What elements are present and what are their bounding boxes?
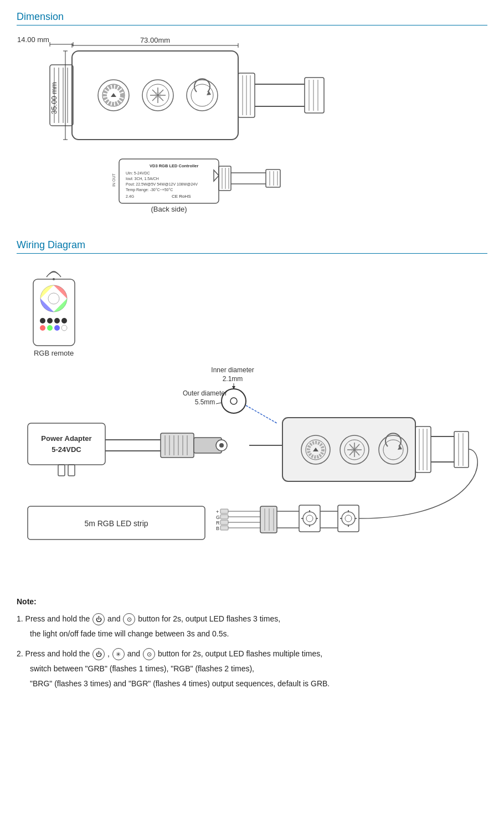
inner-diam-label: Inner diameter [211,366,254,374]
svg-text:Pout: 22.5W@5V  54W@12V  108W@: Pout: 22.5W@5V 54W@12V 108W@24V [126,182,198,186]
svg-point-69 [61,325,67,331]
svg-rect-124 [220,526,228,530]
svg-line-75 [216,403,222,404]
svg-point-91 [219,443,224,448]
wiring-title: Wiring Diagram [17,239,487,251]
note-2-line-3: "BRG" (flashes 3 times) and "BGR" (flash… [17,677,487,691]
note-2-end: button for 2s, output LED flashes multip… [158,649,322,658]
inner-diam-value: 2.1mm [223,375,243,383]
note-2-prefix: Press and hold the [25,649,90,658]
dimension-divider [17,25,487,25]
svg-text:2.4G: 2.4G [126,194,134,198]
dimension-section: Dimension [17,11,487,223]
remote-label: RGB remote [34,349,74,357]
height-label: 35.00 mm [50,82,58,114]
svg-rect-122 [220,520,228,525]
note-1-prefix: Press and hold the [25,614,90,623]
note-1-end: button for 2s, output LED flashes 3 time… [138,614,280,623]
note-2-line-2: switch between "GRB" (flashes 1 times), … [17,662,487,676]
note-2-comma1: , [107,649,112,658]
svg-rect-78 [58,465,65,476]
note-2-btn-color: ⊙ [143,648,155,660]
note-2-btn-power: ⏻ [92,648,105,660]
svg-point-62 [40,318,45,323]
svg-point-65 [61,318,67,323]
note-1-btn-power: ⏻ [92,613,105,625]
svg-rect-55 [266,169,280,187]
note-1-line-1: 1. Press and hold the ⏻ and ⊙ button for… [17,612,487,626]
svg-point-66 [40,325,45,331]
svg-point-71 [222,389,246,413]
svg-rect-77 [28,423,105,465]
svg-point-63 [47,318,53,323]
svg-point-70 [53,278,55,280]
svg-text:B: B [216,526,219,531]
outer-diam-label: Outer diameter [183,389,227,397]
svg-marker-29 [207,91,211,95]
svg-rect-48 [219,166,231,191]
svg-point-136 [303,512,316,525]
outer-diam-value: 5.5mm [195,398,215,406]
svg-point-64 [54,318,60,323]
svg-line-76 [246,405,277,423]
svg-point-146 [345,515,352,522]
svg-rect-82 [161,433,194,458]
note-1-and: and [107,614,122,623]
svg-point-72 [230,398,237,404]
svg-rect-12 [305,78,324,113]
svg-text:Temp Range: -30°C~+50°C: Temp Range: -30°C~+50°C [126,188,173,192]
wiring-section: Wiring Diagram [17,239,487,584]
svg-text:R: R [216,520,220,526]
wiring-svg: RGB remote Inner diameter 2.1mm Outer di… [17,263,493,584]
power-adapter-voltage: 5-24VDC [52,445,81,454]
note-2-line-1: 2. Press and hold the ⏻ , ✳ and ⊙ button… [17,647,487,661]
svg-text:UIn: 5-24VDC: UIn: 5-24VDC [126,171,150,175]
svg-rect-59 [33,279,75,346]
notes-section: Note: 1. Press and hold the ⏻ and ⊙ butt… [17,595,487,691]
note-1-btn-color: ⊙ [123,613,135,625]
note-1: 1. Press and hold the ⏻ and ⊙ button for… [17,612,487,641]
svg-rect-129 [260,506,277,533]
note-2: 2. Press and hold the ⏻ , ✳ and ⊙ button… [17,647,487,691]
note-1-num: 1. [17,614,25,623]
wiring-divider [17,253,487,254]
svg-marker-47 [214,170,219,181]
svg-point-137 [306,515,313,522]
svg-point-68 [54,325,60,331]
svg-rect-79 [68,465,75,476]
wiring-diagram: RGB remote Inner diameter 2.1mm Outer di… [17,263,487,584]
svg-point-67 [47,325,53,331]
svg-text:IN  OUT: IN OUT [112,173,116,187]
svg-point-61 [48,293,59,304]
depth-label: 14.00 mm [17,35,49,44]
dimension-title: Dimension [17,11,487,23]
svg-text:Iout: 3CH, 1.5A/CH: Iout: 3CH, 1.5A/CH [126,177,159,181]
svg-rect-120 [220,515,228,519]
note-2-and2: and [127,649,140,658]
svg-text:G: G [216,515,220,520]
note-1-line-2: the light on/off fade time will change b… [17,627,487,641]
notes-title: Note: [17,595,487,609]
svg-rect-113 [454,431,469,467]
led-strip-label: 5m RGB LED strip [84,519,148,528]
note-2-num: 2. [17,649,25,658]
back-side-label: (Back side) [151,205,187,213]
svg-text:VD3   RGB LED Controller: VD3 RGB LED Controller [150,163,198,168]
svg-rect-118 [220,509,228,513]
svg-text:+: + [216,509,219,515]
svg-marker-19 [111,93,116,97]
dimension-svg: 73.00mm 35.00 mm 14.00 mm VD3 RGB LED Co… [17,34,493,223]
dimension-diagram: 73.00mm 35.00 mm 14.00 mm VD3 RGB LED Co… [17,34,487,223]
svg-point-145 [342,512,355,525]
svg-text:CE RoHS: CE RoHS [172,194,191,199]
note-2-btn-sun: ✳ [112,648,125,660]
width-label: 73.00mm [140,36,170,44]
power-adapter-label: Power Adapter [41,434,91,443]
